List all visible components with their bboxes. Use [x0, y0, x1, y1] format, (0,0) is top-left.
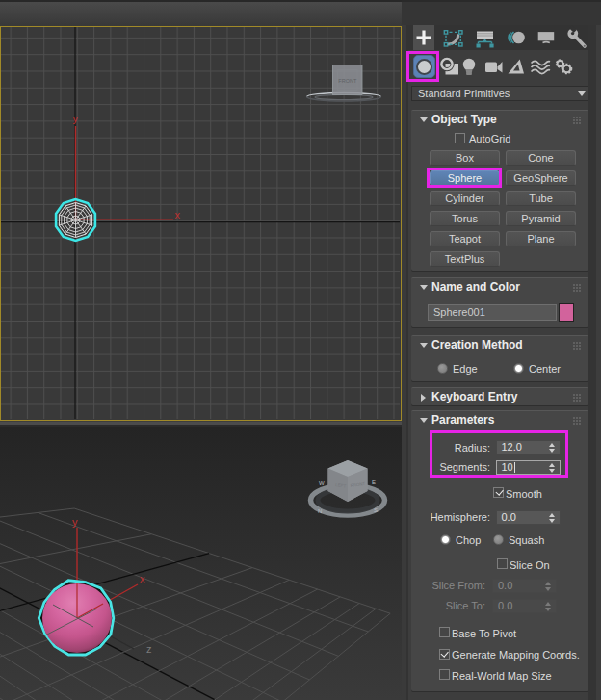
svg-text:y: y: [72, 516, 78, 528]
svg-text:y: y: [73, 113, 79, 124]
svg-text:E: E: [372, 480, 376, 485]
svg-text:N: N: [318, 508, 322, 514]
svg-text:x: x: [140, 573, 145, 584]
svg-text:S: S: [374, 507, 378, 513]
svg-text:z: z: [146, 643, 152, 655]
svg-text:x: x: [175, 209, 181, 220]
svg-text:FRONT: FRONT: [338, 78, 357, 84]
svg-text:W: W: [319, 480, 325, 486]
